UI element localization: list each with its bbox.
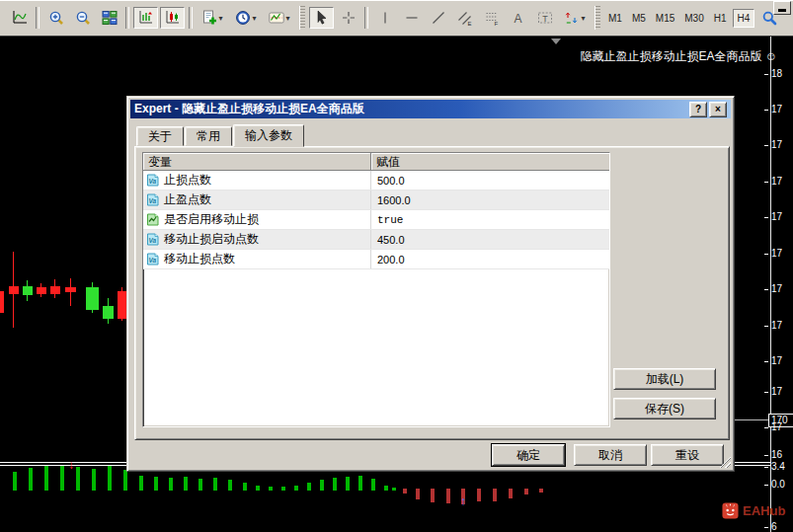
candle-wick	[70, 278, 71, 306]
dialog-tabs: 关于 常用 输入参数	[136, 125, 305, 146]
text-label-icon[interactable]: T	[532, 7, 557, 29]
histogram-bar-up	[294, 486, 298, 491]
param-name-cell: 是否启用移动止损	[143, 210, 371, 229]
param-value[interactable]: 450.0	[371, 234, 609, 246]
price-axis-label: 18	[764, 68, 782, 80]
dropdown-caret-icon[interactable]: ▾	[581, 14, 585, 23]
price-axis-label-tick	[764, 254, 768, 255]
tile-windows-icon[interactable]	[97, 7, 121, 29]
histogram-bar-up	[198, 479, 202, 491]
dialog-titlebar[interactable]: Expert - 隐藏止盈止损移动止损EA全商品版 ? ×	[130, 100, 731, 118]
template-chart-icon[interactable]: ▾	[264, 7, 295, 29]
histogram-bar-down	[539, 489, 543, 493]
chart-line-icon[interactable]	[7, 7, 32, 29]
trendline-icon[interactable]	[426, 7, 450, 29]
svg-text:F: F	[494, 21, 498, 27]
zoom-out-icon[interactable]	[70, 7, 95, 29]
column-header-variable[interactable]: 变量	[143, 153, 371, 171]
ok-button[interactable]: 确定	[492, 444, 565, 466]
load-button[interactable]: 加载(L)	[613, 368, 716, 390]
histogram-bar-down	[509, 489, 513, 498]
histogram-bar-down	[493, 489, 497, 501]
param-row[interactable]: Va移动止损启动点数450.0	[143, 230, 609, 250]
channel-icon[interactable]: E	[452, 7, 477, 29]
dropdown-caret-icon[interactable]: ▾	[218, 14, 222, 23]
dropdown-caret-icon[interactable]: ▾	[285, 14, 289, 23]
candlestick-chart-icon[interactable]	[160, 7, 185, 29]
param-row[interactable]: Va止盈点数1600.0	[143, 190, 609, 210]
price-axis-label: 17	[764, 104, 782, 115]
price-axis-label: 17	[764, 421, 782, 433]
timeframe-H1[interactable]: H1	[710, 9, 731, 28]
price-axis-label: 17	[764, 176, 782, 188]
candlestick-up	[23, 286, 33, 295]
histogram-bar-down	[416, 489, 420, 499]
save-button[interactable]: 保存(S)	[613, 398, 716, 419]
value-param-icon: Va	[146, 193, 159, 206]
price-axis-label-tick	[764, 182, 768, 183]
tab-common[interactable]: 常用	[185, 126, 232, 146]
crosshair-icon[interactable]	[336, 7, 360, 29]
histogram-bar-up	[29, 468, 33, 491]
param-value[interactable]: 200.0	[371, 254, 609, 266]
vertical-line-icon[interactable]	[372, 7, 397, 29]
timeframe-M5[interactable]: M5	[628, 9, 650, 28]
price-axis-label: 17	[764, 386, 782, 398]
arrows-icon[interactable]: ▾	[559, 7, 591, 29]
zoom-in-icon[interactable]	[43, 7, 68, 29]
new-chart-icon[interactable]: ▾	[197, 7, 228, 29]
param-row[interactable]: 是否启用移动止损true	[143, 210, 609, 230]
cancel-button[interactable]: 取消	[574, 444, 647, 466]
fibonacci-icon[interactable]: F	[479, 7, 504, 29]
chart-shift-marker	[551, 38, 561, 44]
histogram-bar-up	[243, 483, 247, 491]
histogram-bar-up	[154, 477, 158, 491]
candlestick-down	[9, 286, 19, 294]
histogram-bar-up	[123, 470, 127, 491]
histogram-bar-up	[92, 469, 96, 491]
column-header-value[interactable]: 赋值	[371, 153, 609, 171]
param-name-cell: Va移动止损启动点数	[143, 230, 371, 249]
help-button[interactable]: ?	[689, 102, 707, 117]
reset-button[interactable]: 重设	[651, 444, 724, 466]
param-value[interactable]: true	[371, 214, 609, 226]
candlestick-down	[118, 291, 126, 319]
minimize-button[interactable]	[773, 1, 791, 15]
close-button[interactable]: ×	[709, 102, 727, 117]
mt4-window: 170 隐藏止盈止损移动止损EA全商品版 ☺ EAHub 18171717171…	[0, 0, 793, 532]
tab-about[interactable]: 关于	[136, 126, 184, 146]
dialog-title: Expert - 隐藏止盈止损移动止损EA全商品版	[134, 101, 364, 117]
histogram-bar-up	[346, 477, 350, 491]
bar-chart-icon[interactable]	[133, 7, 158, 29]
toolbar-drag-handle[interactable]	[299, 6, 305, 30]
param-rows: Va止损点数500.0Va止盈点数1600.0是否启用移动止损trueVa移动止…	[143, 171, 609, 269]
horizontal-line-icon[interactable]	[399, 7, 424, 29]
price-axis-label: 17	[764, 355, 782, 367]
param-value[interactable]: 1600.0	[371, 194, 609, 206]
timeframe-H4[interactable]: H4	[733, 9, 755, 28]
dropdown-caret-icon[interactable]: ▾	[252, 14, 256, 23]
param-name: 移动止损启动点数	[164, 231, 259, 248]
price-axis-label-tick	[764, 392, 768, 393]
tab-inputs[interactable]: 输入参数	[233, 124, 304, 147]
histogram-bar-up	[213, 478, 217, 491]
buy-arrow-icon: ↑	[460, 495, 466, 507]
param-row[interactable]: Va移动止损点数200.0	[143, 250, 609, 269]
histogram-bar-up	[184, 477, 188, 491]
cursor-icon[interactable]	[309, 7, 334, 29]
param-value[interactable]: 500.0	[371, 175, 609, 187]
param-row[interactable]: Va止损点数500.0	[143, 171, 609, 190]
text-icon[interactable]: A	[506, 7, 530, 29]
histogram-bar-up	[76, 467, 80, 491]
timeframe-M1[interactable]: M1	[604, 9, 626, 28]
candlestick-down	[65, 287, 76, 292]
period-clock-icon[interactable]: ▾	[230, 7, 262, 29]
svg-text:Va: Va	[148, 197, 156, 204]
price-axis-label-tick	[764, 110, 768, 111]
timeframe-M15[interactable]: M15	[652, 9, 678, 28]
indicator-axis-label-tick	[764, 527, 768, 528]
toolbar-drag-handle[interactable]	[595, 6, 600, 30]
timeframe-M30[interactable]: M30	[680, 9, 707, 28]
toolbar-separator	[125, 7, 129, 29]
histogram-bar-down	[431, 489, 435, 502]
